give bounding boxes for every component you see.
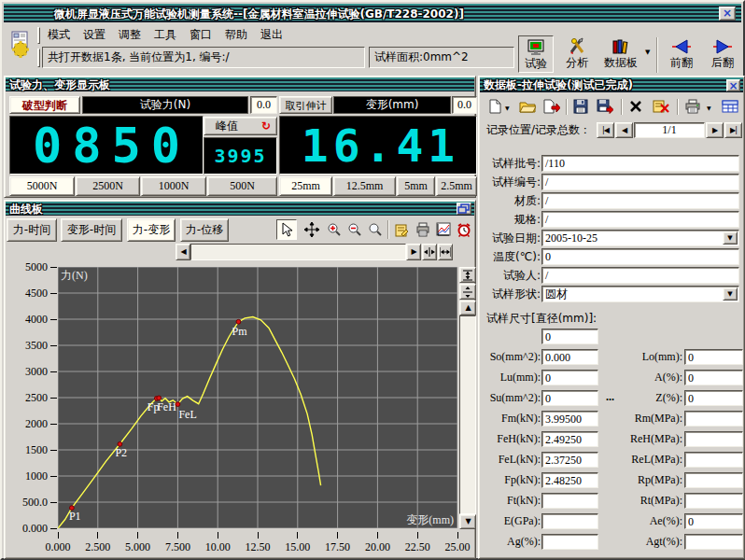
- record-first-button[interactable]: |◀: [597, 122, 614, 138]
- open-button[interactable]: [518, 98, 537, 115]
- param-input-Z(%):[interactable]: 0: [684, 390, 743, 406]
- pointer-tool-button[interactable]: [276, 219, 297, 240]
- param-input-Fm(kN):[interactable]: 3.99500: [541, 411, 598, 427]
- delete-sheet-button[interactable]: [651, 98, 671, 115]
- range-button-5mm[interactable]: 5mm: [397, 176, 435, 196]
- range-button-25mm[interactable]: 25mm: [279, 176, 332, 196]
- param-input-Rm(MPa):[interactable]: [684, 411, 743, 427]
- menu-item-6[interactable]: 帮助: [218, 25, 254, 44]
- restore-window-button[interactable]: [457, 203, 471, 215]
- hscroll-track[interactable]: [190, 244, 406, 260]
- field-input-8[interactable]: 圆材▼: [541, 286, 739, 302]
- curve-plot-area[interactable]: P1P2FpFeHFeLPm 力(N) 变形(mm): [58, 267, 457, 528]
- range-button-1000N[interactable]: 1000N: [141, 176, 206, 196]
- print-data-button[interactable]: [682, 98, 703, 115]
- print-curve-button[interactable]: [415, 220, 431, 239]
- analyze-button[interactable]: 分析: [558, 35, 596, 73]
- param-input-Lu(mm):[interactable]: 0: [541, 370, 598, 385]
- timer-button[interactable]: [456, 220, 472, 239]
- chevron-down-icon[interactable]: ▼: [723, 231, 738, 245]
- new-record-button[interactable]: [486, 98, 503, 115]
- prev-page-button[interactable]: 前翻: [663, 35, 700, 73]
- zoom-window-button[interactable]: [367, 220, 384, 239]
- field-input-2[interactable]: /: [541, 174, 739, 190]
- data-panel-close-button[interactable]: ×: [726, 79, 740, 91]
- break-judge-button[interactable]: 破型判断: [9, 96, 80, 114]
- hscroll-left-button[interactable]: ◀: [176, 244, 190, 260]
- menu-item-2[interactable]: 设置: [77, 25, 112, 44]
- record-next-button[interactable]: ▶: [706, 122, 724, 138]
- param-input-Ft(kN):[interactable]: [541, 493, 598, 509]
- fit-horizontal-button[interactable]: [422, 244, 437, 260]
- field-input-5[interactable]: 2005-10-25▼: [541, 230, 739, 246]
- peak-button[interactable]: 峰值 ↻: [204, 117, 277, 135]
- fit-vertical-button[interactable]: [459, 267, 476, 283]
- range-button-2500N[interactable]: 2500N: [76, 176, 140, 196]
- param-input-Rp(MPa):[interactable]: [684, 472, 743, 488]
- record-last-button[interactable]: ▶|: [724, 122, 742, 138]
- title-bar[interactable]: 微机屏显液压式万能试验机测量系统--[金属材料室温拉伸试验(GB/T228-20…: [4, 4, 741, 22]
- param-input-Ag(%):[interactable]: [541, 534, 598, 550]
- chevron-down-icon[interactable]: ▼: [723, 287, 738, 301]
- status-grip[interactable]: [37, 49, 40, 67]
- curve-panel-header[interactable]: 曲线板: [6, 202, 474, 216]
- curve-tab-变形-时间[interactable]: 变形-时间: [61, 218, 122, 242]
- display-panel-header[interactable]: 试验力、变形显示板: [6, 77, 474, 91]
- field-input-6[interactable]: 0: [541, 248, 739, 265]
- vscroll-track[interactable]: [459, 315, 476, 514]
- vscroll-up-button[interactable]: ▲: [459, 301, 476, 315]
- curve-tab-力-时间[interactable]: 力-时间: [7, 218, 57, 242]
- close-button[interactable]: ×: [719, 7, 736, 21]
- param-input-Fp(kN):[interactable]: 2.48250: [541, 472, 598, 488]
- param-input-Lo(mm):[interactable]: 0: [684, 349, 743, 365]
- param-input-A(%):[interactable]: 0: [684, 370, 743, 385]
- grid-view-button[interactable]: [720, 98, 740, 115]
- param-input-Rt(MPa):[interactable]: [684, 493, 743, 509]
- param-input-So(mm^2):[interactable]: 0.000: [541, 349, 598, 365]
- databoard-button[interactable]: 数据板: [598, 35, 643, 73]
- field-input-7[interactable]: /: [541, 267, 739, 284]
- range-button-2.5mm[interactable]: 2.5mm: [436, 176, 477, 196]
- save-button[interactable]: [571, 98, 590, 115]
- menu-item-1[interactable]: 模式: [41, 25, 77, 44]
- range-button-12.5mm[interactable]: 12.5mm: [333, 176, 396, 196]
- export-button[interactable]: [542, 98, 561, 115]
- menu-item-5[interactable]: 窗口: [183, 25, 218, 44]
- extensometer-toggle-button[interactable]: 取引伸计: [279, 96, 332, 114]
- field-input-1[interactable]: /110: [541, 155, 739, 172]
- zoom-out-button[interactable]: [346, 220, 363, 239]
- menu-grip[interactable]: [37, 27, 40, 44]
- record-prev-button[interactable]: ◀: [615, 122, 633, 138]
- param-input-FeL(kN):[interactable]: 2.37250: [541, 452, 598, 468]
- param-input-Ae(%):[interactable]: 0: [684, 513, 743, 529]
- chart-settings-button[interactable]: [435, 220, 452, 239]
- move-tool-button[interactable]: [303, 220, 320, 239]
- next-page-button[interactable]: 后翻: [704, 35, 741, 73]
- param-input-E(GPa):[interactable]: [541, 513, 598, 529]
- vscroll-down-button[interactable]: ▼: [459, 514, 476, 529]
- param-input-Agt(%):[interactable]: [684, 534, 743, 550]
- databoard-dropdown-icon[interactable]: ▼: [645, 49, 650, 56]
- test-mode-button[interactable]: 试验: [518, 35, 554, 73]
- menu-item-7[interactable]: 退出: [254, 25, 289, 44]
- save-as-button[interactable]: [595, 98, 615, 115]
- specimen-size-input[interactable]: 0: [541, 329, 598, 344]
- delete-record-button[interactable]: [626, 98, 645, 115]
- expand-horizontal-button[interactable]: [438, 244, 453, 260]
- data-panel-header[interactable]: 数据板-拉伸试验(测试已完成) ×: [480, 77, 743, 92]
- menu-item-4[interactable]: 工具: [148, 25, 183, 44]
- zoom-in-button[interactable]: [326, 220, 343, 239]
- field-input-4[interactable]: /: [541, 211, 739, 228]
- new-record-dropdown-icon[interactable]: ▼: [505, 105, 510, 111]
- param-input-Su(mm^2):[interactable]: 0: [541, 390, 598, 406]
- menu-item-3[interactable]: 调整: [112, 25, 148, 44]
- print-dropdown-icon[interactable]: ▼: [707, 105, 711, 111]
- expand-vertical-button[interactable]: [459, 284, 476, 300]
- param-input-FeH(kN):[interactable]: 2.49250: [541, 431, 598, 447]
- range-button-5000N[interactable]: 5000N: [9, 176, 75, 196]
- param-input-ReH(MPa):[interactable]: [684, 431, 743, 447]
- field-input-3[interactable]: /: [541, 192, 739, 209]
- curve-tab-力-变形[interactable]: 力-变形: [127, 218, 176, 242]
- range-button-500N[interactable]: 500N: [207, 176, 277, 196]
- curve-tab-力-位移[interactable]: 力-位移: [180, 218, 229, 242]
